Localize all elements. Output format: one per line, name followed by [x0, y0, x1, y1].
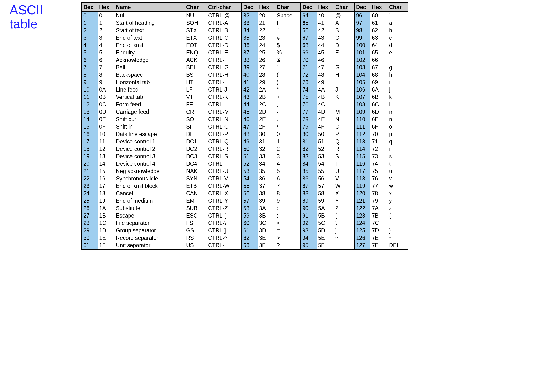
cell-hex: 52 [317, 145, 334, 153]
cell-char: ` [388, 12, 408, 19]
cell-char: 5 [275, 168, 301, 175]
cell-char: 2 [275, 145, 301, 153]
cell-ctrl: CTRL-V [207, 175, 242, 182]
cell-hex: 74 [370, 160, 388, 168]
cell-dec: 39 [242, 64, 258, 71]
cell-char: u [388, 168, 408, 175]
cell-dec: 18 [82, 145, 98, 153]
table-row: 99Horizontal tabHTCTRL-I4129)7349I10569i [82, 79, 408, 86]
cell-ctrl: CTRL-J [207, 86, 242, 93]
cell-char: g [388, 64, 408, 71]
cell-dec: 26 [82, 205, 98, 212]
cell-char: 3 [275, 153, 301, 160]
cell-hex: 17 [98, 182, 114, 190]
cell-dec: 87 [301, 182, 317, 190]
cell-hex: 4A [317, 86, 334, 93]
table-header-row: Dec Hex Name Char Ctrl-char Dec Hex Char… [82, 3, 408, 12]
cell-name: Horizontal tab [114, 79, 185, 86]
cell-hex: 1C [98, 219, 114, 227]
cell-dec: 30 [82, 234, 98, 242]
cell-hex: 5B [317, 212, 334, 219]
cell-char: , [275, 101, 301, 108]
cell-char: p [388, 131, 408, 138]
cell-dec: 106 [354, 86, 371, 93]
cell-hex: 61 [370, 19, 388, 27]
cell-ctrl: CTRL-F [207, 56, 242, 64]
cell-char: N [334, 116, 354, 123]
col-hex-a: Hex [98, 3, 114, 12]
cell-name: Null [114, 12, 185, 19]
cell-dec: 35 [242, 34, 258, 42]
cell-dec: 44 [242, 101, 258, 108]
table-row: 2519End of mediumEMCTRL-Y573998959Y12179… [82, 197, 408, 205]
table-row: 2014Device control 4DC4CTRL-T523448454T1… [82, 160, 408, 168]
cell-hex: 2 [98, 27, 114, 34]
cell-char: q [388, 138, 408, 145]
cell-char: n [388, 116, 408, 123]
cell-hex: 2F [258, 123, 275, 131]
cell-hex: 64 [370, 42, 388, 49]
cell-hex: 7C [370, 219, 388, 227]
cell-char: 4 [275, 160, 301, 168]
title-line1: ASCII [10, 3, 43, 17]
cell-ctrl: CTRL-] [207, 227, 242, 234]
cell-name: Start of text [114, 27, 185, 34]
cell-dec: 89 [301, 197, 317, 205]
cell-dec: 69 [301, 49, 317, 56]
cell-char: ) [275, 79, 301, 86]
cell-char: | [388, 219, 408, 227]
cell-dec: 6 [82, 56, 98, 64]
cell-ctrl: CTRL-^ [207, 234, 242, 242]
cell-hex: 36 [258, 175, 275, 182]
cell-dec: 120 [354, 190, 371, 197]
cell-hex: 3E [258, 234, 275, 242]
cell-char: ' [275, 64, 301, 71]
cell-dec: 53 [242, 168, 258, 175]
cell-char: r [388, 145, 408, 153]
table-row: 77BellBELCTRL-G3927'7147G10367g [82, 64, 408, 71]
cell-hex: 66 [370, 56, 388, 64]
cell-name: Record separator [114, 234, 185, 242]
cell-dec: 98 [354, 27, 371, 34]
cell-hex: 32 [258, 145, 275, 153]
cell-hex: 30 [258, 131, 275, 138]
cell-char: M [334, 108, 354, 116]
table-row: 261ASubstituteSUBCTRL-Z583A:905AZ1227Az [82, 205, 408, 212]
cell-name: Device control 1 [114, 138, 185, 145]
cell-hex: 12 [98, 145, 114, 153]
cell-hex: 22 [258, 27, 275, 34]
cell-dec: 115 [354, 153, 371, 160]
cell-hex: 0C [98, 101, 114, 108]
cell-dec: 45 [242, 108, 258, 116]
cell-ctrl: CTRL-\ [207, 219, 242, 227]
cell-char: J [334, 86, 354, 93]
cell-hex: 24 [258, 42, 275, 49]
cell-hex: 33 [258, 153, 275, 160]
cell-dec: 119 [354, 182, 371, 190]
cell-hex: 68 [370, 71, 388, 79]
cell-hex: 0F [98, 123, 114, 131]
cell-char: h [388, 71, 408, 79]
cell-dec: 7 [82, 64, 98, 71]
cell-dec: 56 [242, 190, 258, 197]
table-row: 55EnquiryENQCTRL-E3725%6945E10165e [82, 49, 408, 56]
cell-char: _ [334, 242, 354, 249]
cell-char: j [388, 86, 408, 93]
cell-hex: 25 [258, 49, 275, 56]
cell-hex: 8 [98, 71, 114, 79]
cell-hex: 69 [370, 79, 388, 86]
cell-hex: 38 [258, 190, 275, 197]
cell-char: y [388, 197, 408, 205]
cell-dec: 52 [242, 160, 258, 168]
cell-dec: 116 [354, 160, 371, 168]
cell-dec: 75 [301, 93, 317, 101]
cell-dec: 71 [301, 64, 317, 71]
table-row: 2418CancelCANCTRL-X563888858X12078x [82, 190, 408, 197]
cell-char: ! [275, 19, 301, 27]
cell-hex: 56 [317, 175, 334, 182]
cell-dec: 16 [82, 131, 98, 138]
cell-hex: 28 [258, 71, 275, 79]
cell-hex: 49 [317, 79, 334, 86]
cell-hex: 21 [258, 19, 275, 27]
cell-hex: 4E [317, 116, 334, 123]
